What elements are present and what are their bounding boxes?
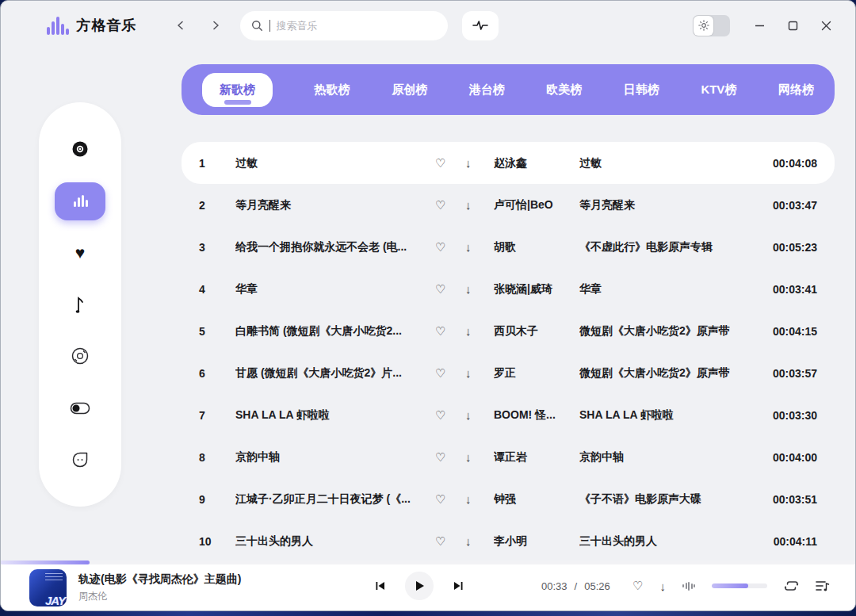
download-icon[interactable]: ↓ bbox=[465, 450, 494, 464]
tab-new-songs[interactable]: 新歌榜 bbox=[202, 73, 273, 107]
song-rank: 1 bbox=[199, 157, 235, 170]
song-row[interactable]: 10三十出头的男人♡↓李小明三十出头的男人00:04:11 bbox=[182, 520, 835, 562]
tab-western[interactable]: 欧美榜 bbox=[546, 82, 582, 98]
song-duration: 00:05:23 bbox=[744, 241, 817, 254]
previous-track-button[interactable] bbox=[375, 580, 386, 591]
album-art[interactable]: JAY bbox=[29, 569, 67, 606]
tab-original[interactable]: 原创榜 bbox=[392, 82, 427, 98]
toggle-switch-icon bbox=[70, 402, 90, 415]
playlist-icon[interactable] bbox=[816, 580, 830, 592]
repeat-icon[interactable] bbox=[784, 580, 799, 592]
song-row[interactable]: 9江城子·乙卯正月二十日夜记梦 (《...♡↓钟强《子不语》电影原声大碟00:0… bbox=[182, 478, 835, 520]
download-icon[interactable]: ↓ bbox=[465, 324, 494, 338]
song-row[interactable]: 7SHA LA LA 虾啦啦♡↓BOOM! 怪...SHA LA LA 虾啦啦0… bbox=[182, 394, 835, 436]
sidebar-item-settings[interactable] bbox=[55, 389, 105, 427]
download-icon[interactable]: ↓ bbox=[465, 240, 494, 254]
favorite-icon[interactable]: ♡ bbox=[435, 366, 465, 381]
tab-ktv[interactable]: KTV榜 bbox=[701, 82, 736, 98]
music-note-icon bbox=[73, 295, 87, 314]
theme-knob bbox=[694, 16, 713, 36]
favorite-icon[interactable]: ♡ bbox=[435, 408, 465, 423]
song-artist: 卢可怡|BeO bbox=[494, 198, 579, 212]
song-row[interactable]: 1过敏♡↓赵泳鑫过敏00:04:08 bbox=[182, 142, 835, 184]
song-title: 京韵中轴 bbox=[235, 450, 435, 465]
song-artist: 赵泳鑫 bbox=[494, 156, 579, 170]
download-icon[interactable]: ↓ bbox=[465, 492, 494, 506]
search-box[interactable] bbox=[240, 11, 448, 40]
chat-bubble-icon bbox=[71, 451, 89, 469]
audio-match-button[interactable] bbox=[462, 11, 499, 40]
download-track-icon[interactable]: ↓ bbox=[660, 580, 667, 593]
song-rank: 4 bbox=[199, 283, 235, 296]
download-icon[interactable]: ↓ bbox=[465, 366, 494, 380]
app-logo-icon bbox=[47, 16, 69, 35]
waveform-icon bbox=[472, 19, 488, 32]
playback-progress-fill bbox=[1, 561, 90, 564]
next-track-button[interactable] bbox=[453, 580, 464, 591]
favorite-icon[interactable]: ♡ bbox=[435, 324, 465, 339]
download-icon[interactable]: ↓ bbox=[465, 408, 494, 422]
song-row[interactable]: 6甘愿 (微短剧《大唐小吃货2》片...♡↓罗正微短剧《大唐小吃货2》原声带00… bbox=[182, 352, 835, 394]
back-button[interactable] bbox=[174, 18, 188, 33]
chart-tabbar: 新歌榜 热歌榜 原创榜 港台榜 欧美榜 日韩榜 KTV榜 网络榜 bbox=[182, 64, 835, 115]
song-album: 《子不语》电影原声大碟 bbox=[579, 492, 744, 507]
favorite-icon[interactable]: ♡ bbox=[435, 450, 465, 465]
time-separator: / bbox=[575, 580, 578, 592]
favorite-icon[interactable]: ♡ bbox=[435, 240, 465, 254]
song-album: 华章 bbox=[579, 282, 744, 297]
app-title: 方格音乐 bbox=[77, 16, 137, 35]
download-icon[interactable]: ↓ bbox=[465, 156, 494, 170]
player-bar: JAY 轨迹(电影《寻找周杰伦》主题曲) 周杰伦 00:33 / 05:26 bbox=[1, 561, 855, 611]
song-rank: 8 bbox=[199, 451, 235, 464]
favorite-icon[interactable]: ♡ bbox=[435, 198, 465, 212]
heart-icon: ♥ bbox=[75, 244, 85, 261]
song-title: 甘愿 (微短剧《大唐小吃货2》片... bbox=[235, 366, 435, 381]
sidebar-item-favorites[interactable]: ♥ bbox=[55, 234, 105, 272]
sidebar-item-charts[interactable] bbox=[55, 182, 105, 220]
volume-slider[interactable] bbox=[712, 583, 767, 588]
tab-jp-kr[interactable]: 日韩榜 bbox=[624, 82, 659, 98]
favorite-icon[interactable]: ♡ bbox=[435, 492, 465, 507]
theme-toggle[interactable] bbox=[693, 15, 730, 36]
close-button[interactable] bbox=[819, 18, 833, 33]
song-row[interactable]: 2等月亮醒来♡↓卢可怡|BeO等月亮醒来00:03:47 bbox=[182, 184, 835, 226]
cd-icon bbox=[71, 346, 90, 365]
tab-hk-tw[interactable]: 港台榜 bbox=[469, 82, 505, 98]
search-input[interactable] bbox=[277, 20, 437, 32]
song-duration: 00:03:30 bbox=[744, 409, 817, 422]
song-row[interactable]: 4华章♡↓张晓涵|威琦华章00:03:41 bbox=[182, 268, 835, 310]
forward-button[interactable] bbox=[208, 18, 223, 33]
minimize-button[interactable] bbox=[752, 18, 766, 33]
play-button[interactable] bbox=[405, 572, 434, 600]
song-row[interactable]: 3给我一个拥抱你就永远不会老 (电...♡↓胡歌《不虚此行》电影原声专辑00:0… bbox=[182, 226, 835, 268]
song-duration: 00:03:47 bbox=[744, 199, 817, 212]
download-icon[interactable]: ↓ bbox=[465, 198, 494, 212]
favorite-icon[interactable]: ♡ bbox=[435, 534, 465, 549]
sidebar-item-recent[interactable] bbox=[55, 285, 105, 323]
favorite-track-icon[interactable]: ♡ bbox=[632, 579, 643, 593]
song-artist: 胡歌 bbox=[494, 240, 579, 254]
sidebar-item-recommend[interactable] bbox=[55, 130, 105, 168]
volume-icon[interactable] bbox=[682, 581, 695, 591]
current-time: 00:33 bbox=[541, 580, 567, 592]
record-icon bbox=[71, 140, 90, 159]
song-row[interactable]: 5白雕书简 (微短剧《大唐小吃货2...♡↓西贝木子微短剧《大唐小吃货2》原声带… bbox=[182, 310, 835, 352]
download-icon[interactable]: ↓ bbox=[465, 534, 494, 548]
favorite-icon[interactable]: ♡ bbox=[435, 282, 465, 297]
sidebar-item-feedback[interactable] bbox=[55, 441, 105, 479]
song-rank: 3 bbox=[199, 241, 235, 254]
sidebar-item-albums[interactable] bbox=[55, 337, 105, 375]
song-album: 过敏 bbox=[579, 156, 744, 170]
song-artist: 张晓涵|威琦 bbox=[494, 282, 579, 297]
tab-hot-songs[interactable]: 热歌榜 bbox=[315, 82, 350, 98]
song-duration: 00:03:41 bbox=[744, 283, 817, 296]
song-title: 等月亮醒来 bbox=[235, 198, 435, 212]
tab-network[interactable]: 网络榜 bbox=[778, 82, 814, 98]
song-artist: BOOM! 怪... bbox=[494, 408, 579, 423]
favorite-icon[interactable]: ♡ bbox=[435, 156, 465, 170]
song-album: 微短剧《大唐小吃货2》原声带 bbox=[579, 324, 744, 339]
download-icon[interactable]: ↓ bbox=[465, 282, 494, 296]
song-row[interactable]: 8京韵中轴♡↓谭正岩京韵中轴00:04:00 bbox=[182, 436, 835, 478]
maximize-button[interactable] bbox=[785, 18, 800, 33]
song-rank: 7 bbox=[199, 409, 235, 422]
